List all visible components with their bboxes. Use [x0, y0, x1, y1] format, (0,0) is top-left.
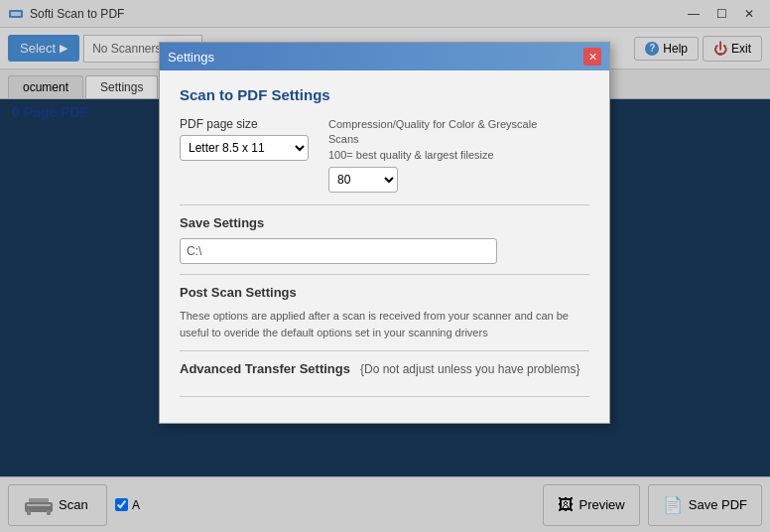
dialog-titlebar: Settings ✕	[160, 43, 609, 70]
divider-1	[180, 204, 589, 205]
advanced-note: {Do not adjust unless you have problems}	[360, 362, 579, 376]
pdf-size-group: PDF page size Letter 8.5 x 11 A4 Legal A…	[180, 117, 309, 161]
save-path-input[interactable]	[180, 238, 497, 264]
advanced-row: Advanced Transfer Settings {Do not adjus…	[180, 361, 589, 376]
size-quality-row: PDF page size Letter 8.5 x 11 A4 Legal A…	[180, 117, 589, 193]
pdf-size-select[interactable]: Letter 8.5 x 11 A4 Legal A3	[180, 135, 309, 161]
quality-select[interactable]: 80 60 70 90 100	[328, 167, 398, 193]
compression-label: Compression/Quality for Color & Greyscal…	[328, 117, 547, 163]
dialog-heading: Scan to PDF Settings	[180, 86, 589, 103]
divider-4	[180, 396, 589, 397]
divider-3	[180, 350, 589, 351]
post-scan-heading: Post Scan Settings	[180, 285, 589, 300]
post-scan-description: These options are applied after a scan i…	[180, 308, 589, 340]
dialog-title: Settings	[168, 50, 214, 65]
advanced-label: Advanced Transfer Settings	[180, 361, 350, 376]
pdf-size-label: PDF page size	[180, 117, 309, 131]
settings-dialog: Settings ✕ Scan to PDF Settings PDF page…	[159, 42, 610, 424]
dialog-body: Scan to PDF Settings PDF page size Lette…	[160, 70, 609, 423]
save-path-group	[180, 238, 589, 264]
dialog-close-button[interactable]: ✕	[583, 48, 601, 66]
divider-2	[180, 274, 589, 275]
quality-group: Compression/Quality for Color & Greyscal…	[328, 117, 547, 193]
save-settings-heading: Save Settings	[180, 215, 589, 230]
